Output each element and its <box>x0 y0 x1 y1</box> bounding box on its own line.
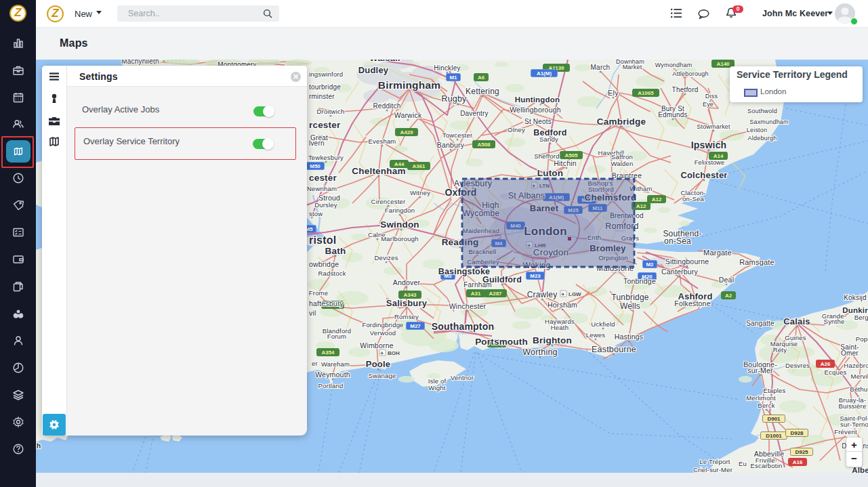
svg-text:Ramsgate: Ramsgate <box>739 258 774 266</box>
svg-text:A343: A343 <box>403 292 417 298</box>
svg-text:Devizes: Devizes <box>374 254 398 261</box>
svg-text:Faringdon: Faringdon <box>385 207 415 214</box>
svg-text:Stowmarket: Stowmarket <box>697 123 730 130</box>
svg-text:Fordingbridge: Fordingbridge <box>362 321 403 329</box>
svg-text:Cheltenham: Cheltenham <box>352 166 405 176</box>
svg-text:Forum: Forum <box>327 333 346 340</box>
svg-text:Hastings: Hastings <box>615 333 643 341</box>
svg-text:Hazebro: Hazebro <box>844 362 868 369</box>
svg-text:Sittingbourne: Sittingbourne <box>665 257 709 266</box>
svg-text:sur-Terno: sur-Terno <box>840 421 868 428</box>
svg-text:ingswinford: ingswinford <box>309 70 343 78</box>
svg-text:Crawley: Crawley <box>527 290 558 299</box>
svg-text:stow: stow <box>309 210 323 217</box>
svg-text:Omer: Omer <box>841 350 859 357</box>
svg-text:Olney: Olney <box>508 126 525 133</box>
svg-text:M1: M1 <box>449 75 457 81</box>
svg-text:Machynlleth: Machynlleth <box>121 60 159 65</box>
svg-text:Weymouth: Weymouth <box>315 370 350 379</box>
svg-text:A31: A31 <box>471 291 481 297</box>
svg-text:rminster: rminster <box>309 93 335 100</box>
svg-text:Calais: Calais <box>783 316 810 326</box>
svg-text:Tewkesbury: Tewkesbury <box>308 154 344 161</box>
svg-text:Saxmundham: Saxmundham <box>749 119 789 125</box>
svg-text:Poole: Poole <box>366 359 390 369</box>
svg-text:tourbridge: tourbridge <box>309 83 341 91</box>
svg-text:haftesbury: haftesbury <box>309 299 344 308</box>
svg-text:St Neots: St Neots <box>524 118 552 125</box>
svg-text:Portsmouth: Portsmouth <box>475 337 528 347</box>
svg-text:Evesham: Evesham <box>368 137 396 145</box>
svg-text:ns: ns <box>863 442 868 450</box>
svg-text:Wellingborough: Wellingborough <box>510 106 561 114</box>
svg-text:Verwood: Verwood <box>370 329 396 337</box>
svg-text:BOH: BOH <box>388 350 400 356</box>
svg-text:Farnham: Farnham <box>463 281 491 289</box>
svg-text:A429: A429 <box>400 129 413 135</box>
svg-text:A6: A6 <box>478 75 485 81</box>
svg-text:A505: A505 <box>564 152 578 158</box>
svg-text:Horsham: Horsham <box>547 301 577 309</box>
svg-text:Folkestone: Folkestone <box>674 299 710 308</box>
svg-text:Cambridge: Cambridge <box>597 117 646 127</box>
svg-text:A354: A354 <box>321 350 335 356</box>
svg-text:Dursley: Dursley <box>314 201 337 209</box>
svg-text:on-Sea: on-Sea <box>664 236 691 246</box>
svg-text:Leiston: Leiston <box>747 127 767 133</box>
svg-text:Worthing: Worthing <box>522 347 557 357</box>
svg-text:A2: A2 <box>725 293 732 299</box>
svg-text:Aldeburgh: Aldeburgh <box>748 135 777 142</box>
svg-text:Canterbury: Canterbury <box>661 268 698 276</box>
svg-text:lvern: lvern <box>309 140 325 147</box>
svg-text:Mervill: Mervill <box>851 373 868 380</box>
svg-text:Eu: Eu <box>739 460 747 467</box>
svg-text:Heath: Heath <box>551 324 569 331</box>
svg-text:Synthe: Synthe <box>824 318 845 325</box>
svg-text:Béthun: Béthun <box>850 385 868 393</box>
svg-text:A12: A12 <box>636 203 646 209</box>
svg-text:Eye: Eye <box>703 101 714 108</box>
svg-text:Huntingdon: Huntingdon <box>515 96 560 104</box>
svg-text:Réty: Réty <box>773 346 787 354</box>
svg-text:Felixstowe: Felixstowe <box>695 159 725 166</box>
svg-text:Lewes: Lewes <box>586 331 606 339</box>
svg-text:Kettering: Kettering <box>466 87 499 96</box>
svg-text:Portland: Portland <box>318 382 344 389</box>
svg-text:Margate: Margate <box>703 249 732 257</box>
svg-text:Eastbourne: Eastbourne <box>592 345 636 354</box>
svg-text:Swanage: Swanage <box>368 372 396 379</box>
svg-text:M23: M23 <box>530 273 541 279</box>
svg-text:A508: A508 <box>477 142 491 148</box>
svg-text:owbridge: owbridge <box>309 260 339 268</box>
svg-text:Cirencester: Cirencester <box>371 198 406 205</box>
svg-text:rcester: rcester <box>309 120 341 130</box>
svg-text:A16: A16 <box>793 459 803 465</box>
svg-text:Albe: Albe <box>852 466 868 473</box>
svg-text:A140: A140 <box>716 61 730 67</box>
svg-text:Marlborough: Marlborough <box>381 235 419 242</box>
svg-text:M50: M50 <box>310 163 321 169</box>
svg-text:Criel-sur-Mer: Criel-sur-Mer <box>693 466 732 473</box>
svg-text:Dudley: Dudley <box>358 65 389 75</box>
svg-text:Birmingham: Birmingham <box>378 79 440 91</box>
svg-text:Bath: Bath <box>325 246 346 256</box>
svg-text:Towcester: Towcester <box>442 131 473 139</box>
svg-text:D1001: D1001 <box>766 433 782 439</box>
svg-text:Berck: Berck <box>758 402 774 409</box>
svg-text:Tunbridge: Tunbridge <box>611 293 649 302</box>
svg-text:Ecques: Ecques <box>825 368 847 376</box>
svg-text:Diss: Diss <box>705 93 718 100</box>
svg-text:LGW: LGW <box>569 291 581 297</box>
svg-text:Sangatte: Sangatte <box>746 320 774 327</box>
svg-text:Newnham: Newnham <box>307 185 337 192</box>
svg-text:Brighton: Brighton <box>533 335 572 345</box>
svg-text:✈: ✈ <box>561 292 565 297</box>
svg-text:Attleborough: Attleborough <box>672 70 708 77</box>
svg-text:Wight: Wight <box>428 384 445 391</box>
svg-text:D925: D925 <box>795 449 808 455</box>
svg-text:Wimborne: Wimborne <box>360 341 393 350</box>
svg-text:A1065: A1065 <box>638 90 654 96</box>
svg-text:Uckfield: Uckfield <box>591 320 615 328</box>
svg-text:Ventnor: Ventnor <box>451 374 474 381</box>
svg-text:A287: A287 <box>489 291 502 297</box>
